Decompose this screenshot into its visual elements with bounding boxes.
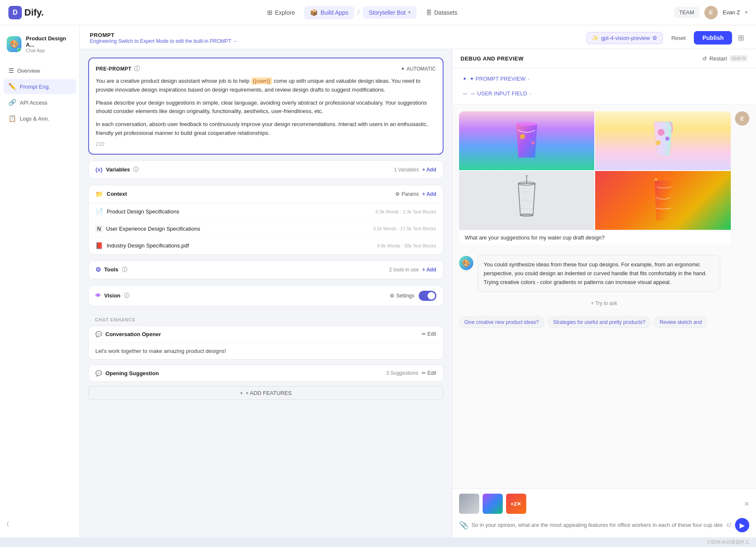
- vision-row: 👁 Vision ⓘ ⚙ Settings: [89, 286, 443, 306]
- sidebar: 🎨 Product Design A... Chat App ☰ Overvie…: [0, 25, 80, 537]
- add-features-button[interactable]: + + ADD FEATURES: [88, 386, 444, 400]
- svg-point-2: [531, 141, 535, 145]
- auto-label: AUTOMATIC: [407, 66, 436, 72]
- prompt-eng-icon: ✏️: [8, 83, 16, 90]
- datasets-nav-btn[interactable]: 🗄 Datasets: [420, 6, 463, 19]
- send-button[interactable]: ▶: [735, 518, 749, 532]
- api-icon: 🔗: [8, 99, 16, 106]
- preprompt-para-3: In each conversation, absorb user feedba…: [96, 120, 436, 138]
- collapse-button[interactable]: ⟨: [7, 521, 73, 527]
- sidebar-item-api-access[interactable]: 🔗 API Access: [3, 95, 76, 110]
- prompt-header-left: PROMPT Engineering Switch to Expert Mode…: [90, 32, 238, 44]
- variable-icon: {x}: [95, 166, 102, 173]
- cup-image-3: [459, 171, 595, 230]
- prompt-preview-arrow: ›: [528, 76, 530, 82]
- close-upload-button[interactable]: ✕: [744, 500, 749, 508]
- suggestion-chip-2[interactable]: Strategies for useful and pretty product…: [548, 316, 651, 328]
- prompt-preview-row[interactable]: ✦ ✦ PROMPT PREVIEW ›: [459, 73, 750, 84]
- restart-button[interactable]: ↺ Restart Shift R: [702, 55, 748, 62]
- image-grid: [459, 111, 731, 230]
- context-item-3: 📕 Industry Design Specifications.pdf 4.9…: [89, 237, 443, 254]
- restart-icon: ↺: [702, 55, 707, 62]
- storyteller-bot-nav-btn[interactable]: Storyteller Bot ▾: [363, 6, 417, 19]
- suggestion-chip-1[interactable]: Give creative new product ideas?: [459, 316, 544, 328]
- vision-settings-button[interactable]: ⚙ Settings: [390, 293, 414, 299]
- cup-image-4: [595, 171, 731, 230]
- user-avatar-container: E: [735, 111, 749, 126]
- thumb-2-bg: [483, 494, 503, 514]
- opening-suggestion: 💬 Opening Suggestion 3 Suggestions ✏ Edi…: [88, 365, 444, 382]
- preprompt-label: PRE-PROMPT: [96, 66, 131, 72]
- opening-edit-button[interactable]: ✏ Edit: [422, 370, 436, 376]
- variables-help-icon[interactable]: ⓘ: [133, 166, 139, 174]
- suggestion-chip-3[interactable]: Review sketch and: [654, 316, 707, 328]
- conv-opener-edit-button[interactable]: ✏ Edit: [422, 331, 436, 337]
- preprompt-box: PRE-PROMPT ⓘ ✦ AUTOMATIC You are a creat…: [88, 58, 444, 155]
- footer: CSDN·向日葵花杆儿: [0, 537, 756, 547]
- logs-icon: 📋: [8, 115, 16, 122]
- logo[interactable]: D Dify.: [8, 6, 44, 19]
- user-message-text: What are your suggestions for my water c…: [459, 230, 731, 245]
- conv-opener-header: 💬 Conversation Opener ✏ Edit: [89, 326, 443, 343]
- restart-label: Restart: [709, 55, 727, 62]
- context-add-button[interactable]: + Add: [422, 191, 436, 197]
- vision-help-icon[interactable]: ⓘ: [124, 292, 129, 300]
- variables-count: 1 Variables: [394, 167, 419, 173]
- overview-label: Overview: [17, 68, 40, 74]
- sidebar-item-logs[interactable]: 📋 Logs & Ann.: [3, 111, 76, 126]
- chat-area: E: [452, 105, 756, 488]
- overview-icon: ☰: [8, 67, 14, 74]
- opening-edit-icon: ✏: [422, 370, 426, 376]
- add-features-plus-icon: +: [240, 390, 243, 396]
- user-input-row[interactable]: ↔ ↔ USER INPUT FIELD ›: [459, 88, 750, 99]
- context-item-2-meta: 3.1k Words · 17.5k Text Blocks: [373, 226, 436, 231]
- switch-link[interactable]: Switch to Expert Mode to edit the built-…: [118, 38, 238, 44]
- grid-icon: ⊞: [267, 9, 273, 16]
- svg-point-5: [656, 140, 661, 145]
- cup-images-grid: What are your suggestions for my water c…: [459, 111, 731, 245]
- doc-icon: 📄: [95, 208, 103, 216]
- tools-help-icon[interactable]: ⓘ: [122, 266, 127, 274]
- tools-actions: 2 tools in use + Add: [389, 267, 436, 273]
- dropdown-icon: ▾: [408, 10, 411, 15]
- reset-button[interactable]: Reset: [667, 32, 690, 44]
- expand-button[interactable]: ⊞: [736, 32, 746, 44]
- explore-nav-btn[interactable]: ⊞ Explore: [261, 6, 301, 19]
- vision-toggle[interactable]: [419, 291, 436, 301]
- char-counter: 42: [726, 522, 732, 528]
- prompt-eng-label: Prompt Eng.: [20, 84, 50, 90]
- cube-icon: 📦: [310, 9, 318, 16]
- team-button[interactable]: TEAM: [674, 7, 699, 18]
- context-item-1-meta: 0.3k Words · 2.3k Text Blocks: [376, 209, 436, 214]
- variables-section: {x} Variables ⓘ 1 Variables + Add: [88, 160, 444, 179]
- svg-point-4: [665, 137, 669, 141]
- context-item-1-left: 📄 Product Design Specifications: [95, 208, 179, 216]
- conversation-opener: 💬 Conversation Opener ✏ Edit Let's work …: [88, 326, 444, 360]
- sidebar-item-overview[interactable]: ☰ Overview: [3, 63, 76, 78]
- build-apps-nav-btn[interactable]: 📦 Build Apps: [304, 6, 354, 19]
- top-navigation: D Dify. ⊞ Explore 📦 Build Apps / Storyte…: [0, 0, 756, 25]
- content-area: PROMPT Engineering Switch to Expert Mode…: [80, 25, 756, 537]
- mode-text: Engineering: [90, 38, 117, 44]
- model-selector[interactable]: ✨ gpt-4-vision-preview ⚙: [586, 32, 663, 44]
- upload-thumb-2: [483, 494, 503, 514]
- chat-input[interactable]: [472, 521, 723, 529]
- notion-icon: N: [95, 225, 102, 232]
- assistant-message: 🎨 You could synthesize ideas from these …: [459, 255, 720, 292]
- preprompt-help-icon[interactable]: ⓘ: [134, 65, 140, 73]
- chat-enhance-label: CHAT ENHANCE: [88, 312, 444, 326]
- params-button[interactable]: ⚙ Params: [395, 191, 419, 197]
- upload-thumb-1: [459, 494, 479, 514]
- suggestion-icon: 💬: [95, 370, 102, 376]
- context-item-3-left: 📕 Industry Design Specifications.pdf: [95, 242, 189, 250]
- attach-button[interactable]: 📎: [459, 521, 468, 530]
- preprompt-para-1: You are a creative product design assist…: [96, 77, 436, 95]
- tools-count: 2 tools in use: [389, 267, 419, 273]
- char-count: 210: [96, 141, 436, 147]
- sidebar-item-prompt-eng[interactable]: ✏️ Prompt Eng.: [3, 79, 76, 94]
- variables-add-button[interactable]: + Add: [422, 167, 436, 173]
- chat-input-area: +2✕ ✕ 📎 42 ▶: [452, 488, 756, 537]
- preprompt-text[interactable]: You are a creative product design assist…: [96, 77, 436, 138]
- publish-button[interactable]: Publish: [694, 31, 732, 45]
- tools-add-button[interactable]: + Add: [422, 267, 436, 273]
